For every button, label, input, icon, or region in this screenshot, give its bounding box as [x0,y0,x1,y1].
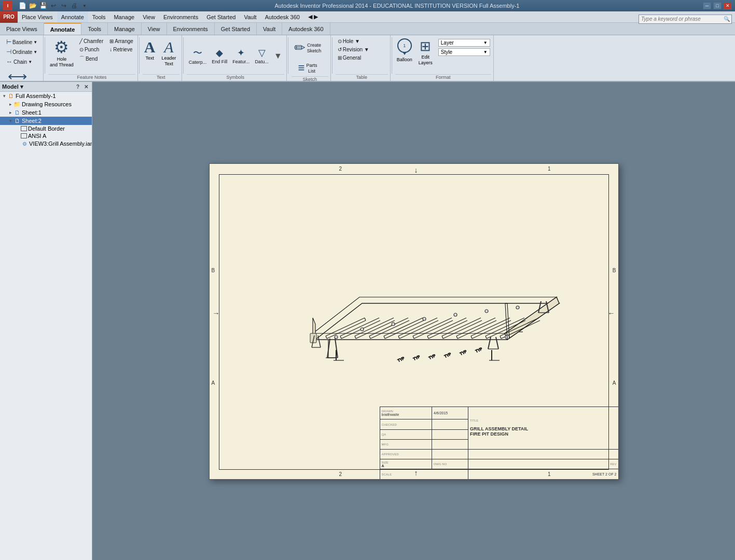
btn-arrange[interactable]: ⊞ Arrange [107,37,135,45]
menu-vault[interactable]: Vault [240,11,260,22]
balloon-label: Balloon [397,57,412,63]
window-title: Autodesk Inventor Professional 2014 - ED… [91,3,703,9]
punch-label: Punch [85,47,99,52]
tab-environments[interactable]: Environments [167,23,215,35]
btn-edit-layers[interactable]: ⊞ EditLayers [417,37,434,67]
tab-vault[interactable]: Vault [257,23,282,35]
expand-icon [15,141,21,147]
new-btn[interactable]: 📄 [18,1,27,10]
save-btn[interactable]: 💾 [38,1,48,10]
tab-view[interactable]: View [142,23,167,35]
btn-end-fill[interactable]: ◆ End Fill [210,46,229,66]
sheet-icon: 🗋 [13,117,21,124]
tab-annotate[interactable]: Annotate [44,23,82,35]
tree-label: Full Assembly-1 [16,93,56,99]
style-dropdown[interactable]: Style ▼ [438,48,490,56]
btn-datum[interactable]: ▽ Datu... [253,46,271,66]
btn-retrieve[interactable]: ↓ Retrieve [107,46,135,53]
chamfer-icon: ╱ [79,38,82,44]
btn-ordinate[interactable]: ⊣ Ordinate ▼ [4,47,39,57]
btn-chain[interactable]: ↔ Chain ▼ [4,57,34,66]
ribbon-group-symbols: 〜 Caterp... ◆ End Fill ✦ Featur... ▽ Dat… [185,35,287,81]
tree-item-view3[interactable]: ⚙ VIEW3:Grill Assembly.iam [0,139,92,148]
qa-dropdown[interactable]: ▼ [80,1,89,10]
search-input[interactable] [639,15,732,24]
menu-place-views[interactable]: Place Views [18,11,57,22]
redo-btn[interactable]: ↪ [59,1,68,10]
sheet-icon: 🗋 [13,109,21,116]
menu-manage[interactable]: Manage [109,11,138,22]
btn-symbols-more[interactable]: ▼ [272,50,284,62]
close-btn[interactable]: ✕ [724,2,732,9]
tree-item-sheet2[interactable]: ▾ 🗋 Sheet:2 [0,117,92,125]
end-fill-icon: ◆ [216,47,223,59]
print-btn[interactable]: 🖨 [70,1,79,10]
feature-notes-stack: ╱ Chamfer ⊙ Punch ⌒ Bend [77,37,105,63]
text-icon: A [144,38,156,55]
svg-text:TYP: TYP [459,349,467,356]
open-btn[interactable]: 📂 [28,1,37,10]
tree-item-default-border[interactable]: Default Border [0,125,92,132]
btn-punch[interactable]: ⊙ Punch [77,46,105,53]
btn-feature[interactable]: ✦ Featur... [230,46,252,66]
btn-parts-list[interactable]: ≡ PartsList [297,60,319,76]
tab-place-views[interactable]: Place Views [0,23,44,35]
layer-dropdown[interactable]: Layer ▼ [438,39,490,47]
menu-tools[interactable]: Tools [88,11,110,22]
btn-revision[interactable]: ↺ Revision ▼ [336,46,371,53]
expand-icon: ▾ [1,93,7,99]
ansi-icon [21,133,27,138]
tree-label: Default Border [28,125,65,132]
undo-btn[interactable]: ↩ [49,1,58,10]
menu-autodesk-360[interactable]: Autodesk 360 [261,11,304,22]
ribbon-group-feature-notes: ⚙ Hole and Thread ╱ Chamfer ⊙ Punch [46,35,138,81]
title-line1: GRILL ASSEMBLY DETAIL [470,426,617,431]
tree-item-full-assembly[interactable]: ▾ 🗋 Full Assembly-1 [0,92,92,100]
btn-hole-table[interactable]: ⊙ Hole ▼ [336,37,362,45]
canvas-area[interactable]: 2 ↓ 1 2 ↑ 1 B → A B ← A [92,82,735,560]
marker-top-center: ↓ [414,166,418,174]
revision-icon: ↺ [338,47,342,52]
sheet-info: SHEET 2 OF 2 [592,472,617,476]
btn-caterpillar[interactable]: 〜 Caterp... [187,45,209,67]
menu-get-started[interactable]: Get Started [202,11,240,22]
btn-baseline[interactable]: ⊢ Baseline ▼ [4,37,39,47]
search-bar: 🔍 [639,15,732,24]
btn-chamfer[interactable]: ╱ Chamfer [77,37,105,45]
tree-label: Sheet:2 [22,118,41,124]
btn-leader-text[interactable]: A LeaderText [160,37,177,68]
divider-3 [183,37,184,74]
rev-label: REV [470,463,617,466]
maximize-btn[interactable]: □ [713,2,722,9]
menu-environments[interactable]: Environments [159,11,202,22]
tab-manage[interactable]: Manage [108,23,142,35]
end-fill-label: End Fill [212,59,227,65]
btn-bend[interactable]: ⌒ Bend [77,54,105,63]
model-panel-close[interactable]: ✕ [82,83,90,90]
tree-item-ansi-a[interactable]: ANSI A [0,132,92,139]
model-panel-title: Model ▾ [2,83,23,90]
menu-annotate[interactable]: Annotate [57,11,88,22]
btn-balloon[interactable]: 1 Balloon [395,37,414,64]
tab-autodesk-360[interactable]: Autodesk 360 [282,23,330,35]
btn-general[interactable]: ⊞ General [336,54,364,62]
search-icon: 🔍 [724,16,730,22]
tree-item-drawing-resources[interactable]: ▸ 📁 Drawing Resources [0,100,92,108]
style-dropdown-icon: ▼ [483,50,488,54]
divider-6 [392,37,392,74]
tab-tools[interactable]: Tools [81,23,108,35]
view-icon: ⚙ [21,140,28,147]
menu-extra[interactable]: ◀ ▶ [304,11,322,22]
format-group-label: Format [395,74,491,81]
text-group-label: Text [143,74,179,81]
model-panel-header[interactable]: Model ▾ ? ✕ [0,82,92,92]
tree-item-sheet1[interactable]: ▸ 🗋 Sheet:1 [0,108,92,117]
btn-text[interactable]: A Text [143,37,157,62]
btn-create-sketch[interactable]: ✏ CreateSketch [292,37,324,59]
btn-hole-and-thread[interactable]: ⚙ Hole and Thread [48,37,75,69]
size-value: A [382,464,431,468]
minimize-btn[interactable]: ─ [703,2,711,9]
menu-view[interactable]: View [138,11,159,22]
tab-get-started[interactable]: Get Started [215,23,257,35]
model-panel-help[interactable]: ? [74,83,81,90]
